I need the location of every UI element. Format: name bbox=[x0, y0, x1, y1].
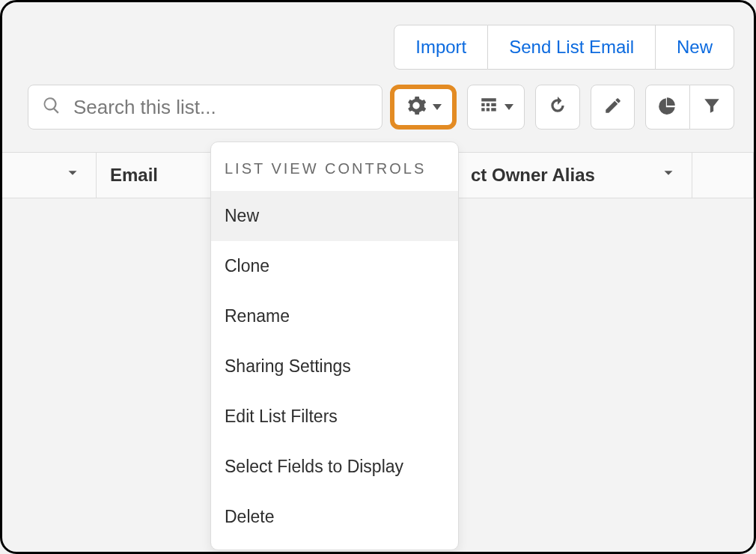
caret-down-icon bbox=[433, 104, 442, 110]
list-view-controls-menu: LIST VIEW CONTROLS New Clone Rename Shar… bbox=[210, 141, 459, 550]
action-bar: Import Send List Email New bbox=[394, 25, 734, 70]
menu-item-sharing[interactable]: Sharing Settings bbox=[211, 341, 458, 392]
pie-chart-icon bbox=[658, 96, 677, 118]
menu-item-fields[interactable]: Select Fields to Display bbox=[211, 442, 458, 492]
display-as-button[interactable] bbox=[467, 85, 525, 130]
chevron-down-icon bbox=[64, 165, 81, 186]
edit-button[interactable] bbox=[591, 85, 635, 130]
menu-item-delete[interactable]: Delete bbox=[211, 492, 458, 542]
menu-header: LIST VIEW CONTROLS bbox=[211, 142, 458, 191]
chevron-down-icon bbox=[660, 165, 677, 186]
import-button[interactable]: Import bbox=[394, 25, 488, 70]
refresh-button[interactable] bbox=[535, 85, 579, 130]
caret-down-icon bbox=[504, 104, 513, 110]
send-list-email-button[interactable]: Send List Email bbox=[488, 25, 656, 70]
column-label: Email bbox=[110, 165, 158, 186]
list-toolbar bbox=[28, 85, 734, 130]
refresh-icon bbox=[548, 96, 567, 118]
menu-item-rename[interactable]: Rename bbox=[211, 291, 458, 341]
pencil-icon bbox=[603, 96, 623, 118]
column-header-blank[interactable] bbox=[2, 153, 97, 198]
gear-icon bbox=[406, 95, 427, 119]
new-button[interactable]: New bbox=[656, 25, 734, 70]
menu-item-filters[interactable]: Edit List Filters bbox=[211, 392, 458, 442]
search-input[interactable] bbox=[72, 95, 368, 120]
app-frame: Import Send List Email New bbox=[0, 0, 756, 554]
filter-button[interactable] bbox=[690, 85, 734, 130]
search-wrap bbox=[28, 85, 382, 130]
table-icon bbox=[479, 96, 499, 118]
column-header-extra bbox=[692, 153, 754, 198]
menu-item-clone[interactable]: Clone bbox=[211, 241, 458, 291]
charts-button[interactable] bbox=[645, 85, 689, 130]
filter-icon bbox=[702, 96, 722, 118]
search-icon bbox=[42, 96, 61, 118]
menu-item-new[interactable]: New bbox=[211, 191, 458, 241]
list-view-controls-button[interactable] bbox=[390, 85, 457, 130]
